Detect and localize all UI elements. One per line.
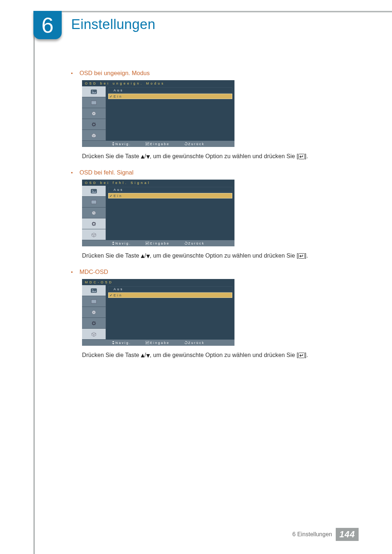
page-footer: 6 Einstellungen 144 [293, 528, 359, 541]
sidebar-item-settings [82, 119, 106, 130]
up-triangle-icon [141, 254, 144, 259]
bullet-icon [71, 73, 73, 74]
sidebar-item-disc [82, 108, 106, 119]
svg-line-26 [95, 225, 95, 225]
page-title: Einstellungen [71, 17, 155, 32]
osd-option-off: Aus [108, 87, 232, 93]
section-heading-row: OSD bei ungeeign. Modus [71, 70, 318, 77]
osd-footer: Navig. Eingabe Zurück [82, 141, 234, 147]
osd-footer: Navig. Eingabe Zurück [82, 240, 234, 246]
osd-enter-hint: Eingabe [146, 341, 170, 345]
svg-line-28 [92, 225, 93, 225]
osd-option-on: ✓Ein [108, 94, 232, 99]
up-triangle-icon [141, 155, 144, 159]
section-heading-row: MDC-OSD [71, 268, 318, 275]
page-number: 144 [336, 528, 359, 541]
content-area: OSD bei ungeeign. Modus OSD bei ungeeign… [71, 70, 318, 368]
svg-point-35 [93, 312, 94, 313]
osd-nav-hint: Navig. [112, 341, 131, 345]
sidebar-item-disc [82, 307, 106, 318]
svg-point-20 [93, 222, 95, 225]
osd-option-off: Aus [108, 187, 232, 192]
down-triangle-icon [146, 354, 150, 358]
osd-option-off: Aus [108, 286, 232, 292]
check-icon: ✓ [110, 194, 113, 198]
enter-icon [298, 353, 305, 358]
svg-line-27 [95, 222, 95, 222]
svg-line-13 [92, 125, 93, 126]
sidebar-item-screen [82, 296, 106, 307]
osd-title: OSD bei ungeeign. Modus [82, 80, 234, 86]
svg-line-12 [95, 123, 95, 123]
enter-icon [298, 253, 305, 259]
osd-option-on: ✓Ein [108, 193, 232, 198]
svg-rect-33 [91, 300, 96, 303]
osd-nav-hint: Navig. [112, 142, 131, 146]
osd-back-hint: Zurück [184, 142, 205, 146]
sidebar-item-picture [82, 186, 106, 197]
sidebar-item-picture [82, 285, 106, 296]
bullet-icon [71, 271, 73, 273]
down-triangle-icon [146, 155, 150, 159]
svg-rect-18 [91, 200, 96, 204]
svg-line-11 [95, 125, 95, 126]
chapter-number: 6 [41, 13, 53, 38]
sidebar-item-settings [82, 318, 106, 329]
osd-footer: Navig. Eingabe Zurück [82, 340, 234, 346]
svg-point-5 [93, 123, 95, 126]
osd-enter-hint: Eingabe [146, 142, 170, 146]
osd-sidebar [82, 186, 106, 240]
sidebar-item-picture [82, 86, 106, 97]
osd-screenshot: MDC-OSD Aus ✓Ein Navig. Eingabe Zurück [82, 279, 318, 346]
enter-icon [298, 154, 305, 159]
osd-sidebar [82, 86, 106, 141]
osd-options: Aus ✓Ein [106, 285, 234, 340]
sidebar-item-screen [82, 97, 106, 108]
check-icon: ✓ [110, 294, 113, 297]
osd-screenshot: OSD bei ungeeign. Modus Aus ✓Ein Navig. … [82, 80, 318, 147]
sidebar-item-box [82, 130, 106, 141]
down-triangle-icon [146, 254, 150, 259]
osd-options: Aus ✓Ein [106, 86, 234, 141]
svg-point-17 [92, 190, 93, 191]
osd-title: OSD bei fehl. Signal [82, 180, 234, 186]
osd-screenshot: OSD bei fehl. Signal Aus ✓Ein Navig. Ein… [82, 180, 318, 246]
bullet-icon [71, 172, 73, 173]
sidebar-item-box [82, 329, 106, 340]
svg-point-1 [92, 90, 93, 91]
section-heading: MDC-OSD [79, 268, 108, 275]
svg-rect-2 [91, 101, 96, 104]
instruction-text: Drücken Sie die Taste /, um die gewünsch… [82, 251, 318, 260]
osd-back-hint: Zurück [184, 242, 205, 245]
svg-line-10 [92, 123, 93, 123]
osd-options: Aus ✓Ein [106, 186, 234, 240]
svg-line-25 [92, 222, 93, 222]
sidebar-item-clock [82, 208, 106, 218]
svg-line-41 [92, 322, 93, 322]
check-icon: ✓ [110, 95, 113, 98]
section-heading-row: OSD bei fehl. Signal [71, 169, 318, 176]
instruction-text: Drücken Sie die Taste /, um die gewünsch… [82, 152, 318, 160]
section-heading: OSD bei ungeeign. Modus [79, 70, 150, 77]
svg-line-42 [95, 324, 95, 325]
svg-point-32 [92, 289, 93, 290]
section-heading: OSD bei fehl. Signal [79, 169, 134, 176]
osd-title: MDC-OSD [82, 279, 234, 285]
sidebar-item-box [82, 229, 106, 240]
svg-line-43 [95, 322, 95, 322]
up-triangle-icon [141, 354, 144, 358]
osd-sidebar [82, 285, 106, 340]
osd-back-hint: Zurück [184, 341, 205, 345]
left-rule [33, 11, 35, 554]
svg-point-36 [93, 322, 95, 324]
sidebar-item-settings [82, 218, 106, 229]
svg-line-44 [92, 324, 93, 325]
top-rule [33, 11, 392, 12]
svg-point-4 [93, 113, 94, 114]
osd-option-on: ✓Ein [108, 292, 232, 298]
footer-text: 6 Einstellungen [293, 531, 332, 538]
osd-nav-hint: Navig. [112, 242, 131, 245]
instruction-text: Drücken Sie die Taste /, um die gewünsch… [82, 351, 318, 359]
osd-enter-hint: Eingabe [146, 242, 170, 245]
sidebar-item-screen [82, 197, 106, 208]
